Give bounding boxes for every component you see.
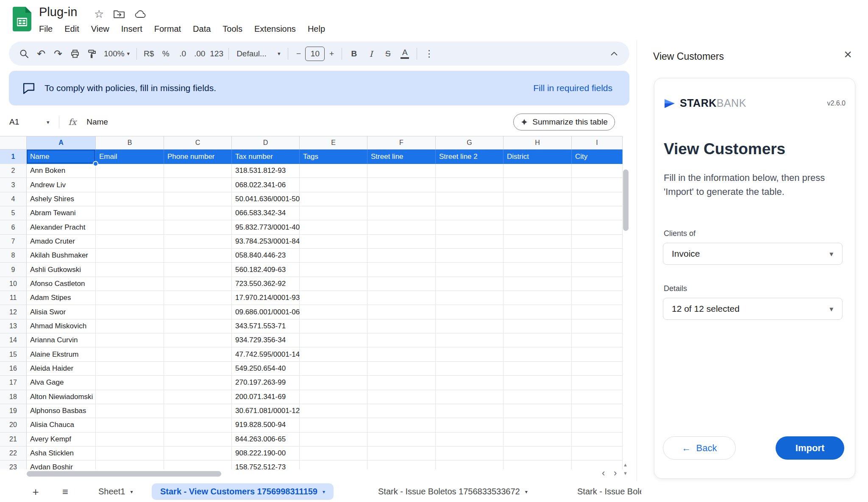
font-size-input[interactable]: 10 [305,47,325,61]
data-cell[interactable] [572,333,623,347]
row-header[interactable]: 5 [0,206,27,220]
data-cell[interactable] [436,319,504,333]
data-cell[interactable] [572,206,623,220]
search-menus-icon[interactable] [16,45,33,62]
row-header[interactable]: 20 [0,418,27,432]
row-header[interactable]: 12 [0,305,27,319]
column-header-E[interactable]: E [300,136,367,150]
data-cell[interactable]: 47.742.595/0001-14 [232,347,300,361]
sheet-tab-menu-icon[interactable]: ▾ [323,489,325,495]
data-cell[interactable] [367,376,436,390]
data-cell[interactable] [300,347,367,361]
data-cell[interactable] [436,235,504,249]
data-cell[interactable] [367,206,436,220]
data-cell[interactable] [164,376,232,390]
data-cell[interactable]: 318.531.812-93 [232,164,300,178]
data-cell[interactable] [367,418,436,432]
data-cell[interactable] [164,460,232,469]
zoom-select[interactable]: 100% ▾ [100,49,133,58]
data-cell[interactable] [367,192,436,206]
sheet-tab-3[interactable]: Stark - Issue Boletos 1756833533672▾ [370,483,536,500]
data-cell[interactable]: Ahmad Miskovich [27,319,96,333]
data-cell[interactable] [367,460,436,469]
data-cell[interactable]: 93.784.253/0001-84 [232,235,300,249]
data-cell[interactable] [504,220,572,234]
scroll-left-icon[interactable]: ‹ [602,468,605,479]
formula-input[interactable]: Name [86,117,108,127]
increase-font-size-button[interactable]: + [325,45,338,62]
data-cell[interactable]: Afonso Castleton [27,277,96,291]
data-cell[interactable] [300,220,367,234]
data-cell[interactable] [367,249,436,263]
column-header-I[interactable]: I [572,136,623,150]
data-cell[interactable] [164,206,232,220]
data-cell[interactable] [367,319,436,333]
data-cell[interactable] [504,418,572,432]
data-cell[interactable]: 200.071.341-69 [232,390,300,404]
data-cell[interactable] [367,333,436,347]
data-cell[interactable]: Alisia Chauca [27,418,96,432]
data-cell[interactable] [504,277,572,291]
header-cell-street-line-2[interactable]: Street line 2 [436,150,504,164]
paint-format-icon[interactable] [83,45,100,62]
italic-button[interactable]: I [362,45,379,62]
data-cell[interactable] [572,418,623,432]
data-cell[interactable] [300,192,367,206]
data-cell[interactable] [572,376,623,390]
print-icon[interactable] [67,45,83,62]
column-header-F[interactable]: F [367,136,436,150]
data-cell[interactable] [504,206,572,220]
data-cell[interactable] [164,164,232,178]
data-cell[interactable] [164,418,232,432]
currency-format-button[interactable]: R$ [140,45,157,62]
data-cell[interactable] [164,178,232,192]
data-cell[interactable]: 17.970.214/0001-93 [232,291,300,305]
data-cell[interactable]: 30.671.081/0001-12 [232,404,300,418]
add-sheet-button[interactable]: + [26,484,45,500]
data-cell[interactable] [96,460,164,469]
data-cell[interactable] [96,376,164,390]
data-cell[interactable]: Alton Niewiadomski [27,390,96,404]
data-cell[interactable] [436,192,504,206]
data-cell[interactable] [504,164,572,178]
data-cell[interactable] [300,235,367,249]
import-button[interactable]: Import [776,436,844,460]
data-cell[interactable] [164,347,232,361]
sheet-tab-2[interactable]: Stark - View Customers 1756998311159▾ [152,483,334,500]
data-cell[interactable]: Avery Kempf [27,433,96,447]
data-cell[interactable] [572,291,623,305]
data-cell[interactable] [504,235,572,249]
data-cell[interactable] [572,404,623,418]
data-cell[interactable]: 158.752.512-73 [232,460,300,469]
sheet-tab-menu-icon[interactable]: ▾ [525,489,528,495]
data-cell[interactable] [367,291,436,305]
data-cell[interactable] [504,433,572,447]
data-cell[interactable]: 09.686.001/0001-06 [232,305,300,319]
menu-edit[interactable]: Edit [58,22,85,36]
data-cell[interactable] [367,235,436,249]
data-cell[interactable] [572,220,623,234]
data-cell[interactable] [436,178,504,192]
data-cell[interactable] [164,249,232,263]
header-cell-tax-number[interactable]: Tax number [232,150,300,164]
data-cell[interactable] [96,333,164,347]
summarize-table-button[interactable]: Summarize this table [513,114,615,130]
data-cell[interactable] [300,362,367,376]
text-color-button[interactable]: A [396,45,413,62]
column-header-C[interactable]: C [164,136,232,150]
data-cell[interactable] [96,249,164,263]
data-cell[interactable] [164,319,232,333]
data-cell[interactable]: Asha Sticklen [27,447,96,460]
data-cell[interactable] [164,447,232,460]
all-sheets-icon[interactable]: ≡ [56,484,75,500]
menu-help[interactable]: Help [302,22,331,36]
data-cell[interactable]: 908.222.190-00 [232,447,300,460]
data-cell[interactable] [300,206,367,220]
data-cell[interactable]: Abram Tewani [27,206,96,220]
data-cell[interactable] [164,305,232,319]
data-cell[interactable] [367,433,436,447]
name-box[interactable]: A1 [9,117,47,127]
data-cell[interactable] [367,390,436,404]
data-cell[interactable] [436,447,504,460]
row-header[interactable]: 7 [0,235,27,249]
